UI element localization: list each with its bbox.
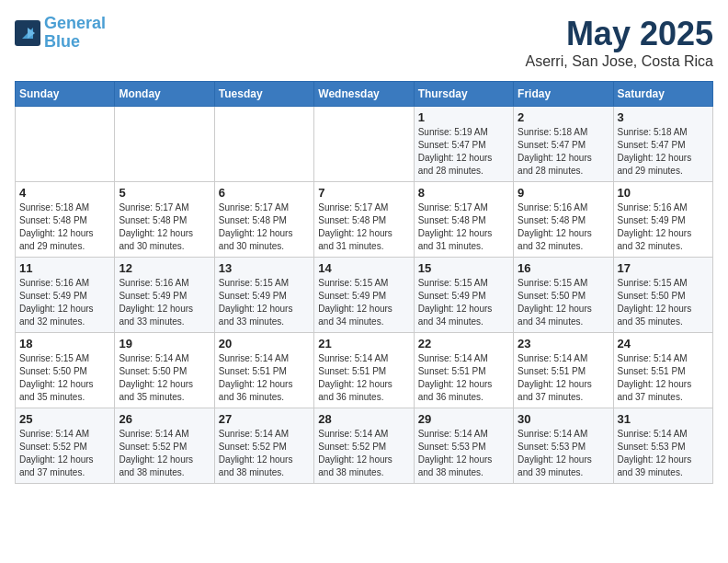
day-info: Sunrise: 5:14 AM Sunset: 5:51 PM Dayligh…: [618, 352, 709, 404]
calendar-day-cell: 27Sunrise: 5:14 AM Sunset: 5:52 PM Dayli…: [214, 408, 313, 484]
day-info: Sunrise: 5:15 AM Sunset: 5:50 PM Dayligh…: [618, 277, 709, 328]
calendar-week-row: 4Sunrise: 5:18 AM Sunset: 5:48 PM Daylig…: [16, 182, 713, 258]
month-title: May 2025: [525, 15, 713, 53]
calendar-day-cell: [16, 107, 115, 182]
day-number: 28: [318, 412, 409, 426]
day-info: Sunrise: 5:18 AM Sunset: 5:47 PM Dayligh…: [618, 126, 709, 178]
day-info: Sunrise: 5:17 AM Sunset: 5:48 PM Dayligh…: [219, 201, 310, 253]
day-number: 7: [318, 186, 409, 200]
calendar-day-cell: 6Sunrise: 5:17 AM Sunset: 5:48 PM Daylig…: [214, 182, 313, 258]
calendar-day-cell: 1Sunrise: 5:19 AM Sunset: 5:47 PM Daylig…: [414, 107, 513, 182]
day-info: Sunrise: 5:17 AM Sunset: 5:48 PM Dayligh…: [318, 201, 409, 253]
logo: General Blue: [15, 15, 106, 52]
day-info: Sunrise: 5:14 AM Sunset: 5:51 PM Dayligh…: [518, 352, 609, 404]
calendar-day-cell: 12Sunrise: 5:16 AM Sunset: 5:49 PM Dayli…: [115, 258, 214, 333]
weekday-header-row: SundayMondayTuesdayWednesdayThursdayFrid…: [16, 82, 713, 107]
day-info: Sunrise: 5:15 AM Sunset: 5:49 PM Dayligh…: [219, 277, 310, 328]
day-info: Sunrise: 5:14 AM Sunset: 5:53 PM Dayligh…: [518, 428, 609, 479]
day-number: 30: [518, 412, 609, 426]
day-info: Sunrise: 5:16 AM Sunset: 5:48 PM Dayligh…: [518, 201, 609, 253]
weekday-header-cell: Wednesday: [314, 82, 414, 107]
calendar-day-cell: 19Sunrise: 5:14 AM Sunset: 5:50 PM Dayli…: [115, 333, 214, 408]
day-number: 10: [618, 186, 709, 200]
logo-text: General Blue: [44, 15, 106, 52]
day-info: Sunrise: 5:14 AM Sunset: 5:53 PM Dayligh…: [418, 428, 509, 479]
day-info: Sunrise: 5:14 AM Sunset: 5:50 PM Dayligh…: [119, 352, 210, 404]
calendar-day-cell: 20Sunrise: 5:14 AM Sunset: 5:51 PM Dayli…: [214, 333, 313, 408]
day-number: 21: [318, 337, 409, 350]
day-info: Sunrise: 5:14 AM Sunset: 5:51 PM Dayligh…: [219, 352, 310, 404]
calendar-day-cell: 25Sunrise: 5:14 AM Sunset: 5:52 PM Dayli…: [16, 408, 115, 484]
weekday-header-cell: Sunday: [16, 82, 115, 107]
day-info: Sunrise: 5:15 AM Sunset: 5:50 PM Dayligh…: [19, 352, 110, 404]
day-number: 15: [418, 261, 509, 275]
calendar-week-row: 25Sunrise: 5:14 AM Sunset: 5:52 PM Dayli…: [16, 408, 713, 484]
calendar-day-cell: 21Sunrise: 5:14 AM Sunset: 5:51 PM Dayli…: [314, 333, 414, 408]
day-info: Sunrise: 5:15 AM Sunset: 5:49 PM Dayligh…: [318, 277, 409, 328]
calendar-day-cell: 16Sunrise: 5:15 AM Sunset: 5:50 PM Dayli…: [514, 258, 613, 333]
calendar-table: SundayMondayTuesdayWednesdayThursdayFrid…: [15, 81, 713, 484]
calendar-day-cell: 23Sunrise: 5:14 AM Sunset: 5:51 PM Dayli…: [514, 333, 613, 408]
weekday-header-cell: Monday: [115, 82, 214, 107]
calendar-day-cell: 11Sunrise: 5:16 AM Sunset: 5:49 PM Dayli…: [16, 258, 115, 333]
title-block: May 2025 Aserri, San Jose, Costa Rica: [525, 15, 713, 70]
day-info: Sunrise: 5:16 AM Sunset: 5:49 PM Dayligh…: [618, 201, 709, 253]
day-number: 24: [618, 337, 709, 350]
day-number: 9: [518, 186, 609, 200]
day-info: Sunrise: 5:14 AM Sunset: 5:51 PM Dayligh…: [318, 352, 409, 404]
calendar-day-cell: 9Sunrise: 5:16 AM Sunset: 5:48 PM Daylig…: [514, 182, 613, 258]
day-number: 16: [518, 261, 609, 275]
calendar-day-cell: 30Sunrise: 5:14 AM Sunset: 5:53 PM Dayli…: [514, 408, 613, 484]
calendar-day-cell: 7Sunrise: 5:17 AM Sunset: 5:48 PM Daylig…: [314, 182, 414, 258]
calendar-day-cell: 18Sunrise: 5:15 AM Sunset: 5:50 PM Dayli…: [16, 333, 115, 408]
calendar-week-row: 1Sunrise: 5:19 AM Sunset: 5:47 PM Daylig…: [16, 107, 713, 182]
day-info: Sunrise: 5:16 AM Sunset: 5:49 PM Dayligh…: [119, 277, 210, 328]
day-number: 19: [119, 337, 210, 350]
day-number: 31: [618, 412, 709, 426]
day-number: 2: [518, 110, 609, 124]
day-number: 27: [219, 412, 310, 426]
day-info: Sunrise: 5:14 AM Sunset: 5:52 PM Dayligh…: [318, 428, 409, 479]
calendar-day-cell: 2Sunrise: 5:18 AM Sunset: 5:47 PM Daylig…: [514, 107, 613, 182]
day-info: Sunrise: 5:14 AM Sunset: 5:53 PM Dayligh…: [618, 428, 709, 479]
day-info: Sunrise: 5:15 AM Sunset: 5:49 PM Dayligh…: [418, 277, 509, 328]
calendar-day-cell: [214, 107, 313, 182]
day-info: Sunrise: 5:18 AM Sunset: 5:47 PM Dayligh…: [518, 126, 609, 178]
calendar-day-cell: 10Sunrise: 5:16 AM Sunset: 5:49 PM Dayli…: [613, 182, 712, 258]
calendar-body: 1Sunrise: 5:19 AM Sunset: 5:47 PM Daylig…: [16, 107, 713, 484]
calendar-day-cell: 31Sunrise: 5:14 AM Sunset: 5:53 PM Dayli…: [613, 408, 712, 484]
calendar-week-row: 11Sunrise: 5:16 AM Sunset: 5:49 PM Dayli…: [16, 258, 713, 333]
day-info: Sunrise: 5:17 AM Sunset: 5:48 PM Dayligh…: [418, 201, 509, 253]
weekday-header-cell: Saturday: [613, 82, 712, 107]
day-info: Sunrise: 5:16 AM Sunset: 5:49 PM Dayligh…: [19, 277, 110, 328]
day-info: Sunrise: 5:14 AM Sunset: 5:52 PM Dayligh…: [219, 428, 310, 479]
day-info: Sunrise: 5:15 AM Sunset: 5:50 PM Dayligh…: [518, 277, 609, 328]
logo-icon: [15, 20, 40, 46]
location-subtitle: Aserri, San Jose, Costa Rica: [525, 53, 713, 70]
calendar-day-cell: 13Sunrise: 5:15 AM Sunset: 5:49 PM Dayli…: [214, 258, 313, 333]
page-header: General Blue May 2025 Aserri, San Jose, …: [15, 15, 713, 70]
calendar-day-cell: 15Sunrise: 5:15 AM Sunset: 5:49 PM Dayli…: [414, 258, 513, 333]
day-number: 17: [618, 261, 709, 275]
day-number: 4: [19, 186, 110, 200]
calendar-week-row: 18Sunrise: 5:15 AM Sunset: 5:50 PM Dayli…: [16, 333, 713, 408]
day-info: Sunrise: 5:14 AM Sunset: 5:52 PM Dayligh…: [19, 428, 110, 479]
day-number: 14: [318, 261, 409, 275]
day-number: 12: [119, 261, 210, 275]
calendar-day-cell: 17Sunrise: 5:15 AM Sunset: 5:50 PM Dayli…: [613, 258, 712, 333]
calendar-day-cell: 24Sunrise: 5:14 AM Sunset: 5:51 PM Dayli…: [613, 333, 712, 408]
calendar-day-cell: [115, 107, 214, 182]
calendar-day-cell: 4Sunrise: 5:18 AM Sunset: 5:48 PM Daylig…: [16, 182, 115, 258]
calendar-day-cell: 29Sunrise: 5:14 AM Sunset: 5:53 PM Dayli…: [414, 408, 513, 484]
day-number: 20: [219, 337, 310, 350]
calendar-day-cell: [314, 107, 414, 182]
day-number: 18: [19, 337, 110, 350]
weekday-header-cell: Friday: [514, 82, 613, 107]
day-number: 26: [119, 412, 210, 426]
day-number: 1: [418, 110, 509, 124]
day-info: Sunrise: 5:14 AM Sunset: 5:51 PM Dayligh…: [418, 352, 509, 404]
day-number: 8: [418, 186, 509, 200]
day-number: 25: [19, 412, 110, 426]
day-number: 22: [418, 337, 509, 350]
day-number: 23: [518, 337, 609, 350]
